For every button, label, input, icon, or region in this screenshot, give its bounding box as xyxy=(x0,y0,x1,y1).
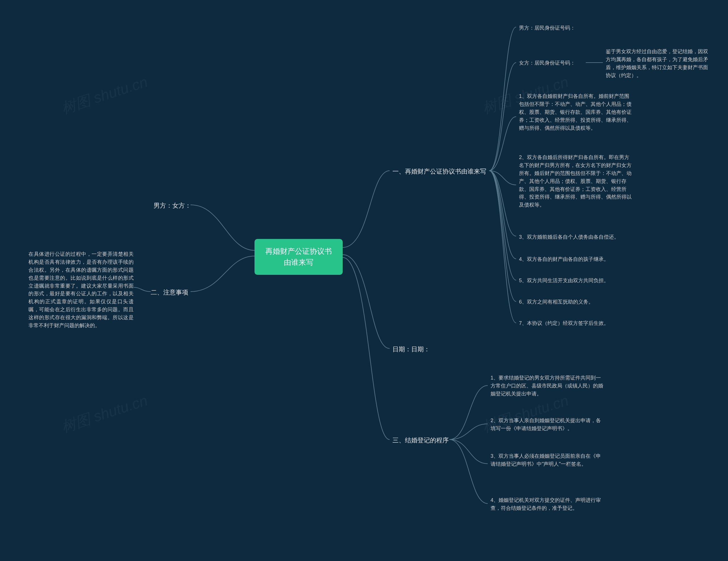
r1-c4: 2、双方各自婚后所得财产归各自所有。即在男方名下的财产归男方所有，在女方名下的财… xyxy=(519,154,633,209)
r1-c1: 男方：居民身份证号码： xyxy=(519,24,575,32)
left-2-content: 在具体进行公证的过程中，一定要弄清楚相关机构是否具有法律效力，是否有办理该手续的… xyxy=(28,250,134,330)
r3-c2: 2、双方当事人亲自到婚姻登记机关提出申请，各填写一份《申请结婚登记声明书》。 xyxy=(491,417,604,433)
watermark: 树图 shutu.cn xyxy=(59,72,150,119)
r1-c6: 4、双方各自的财产由各自的孩子继承。 xyxy=(519,255,609,263)
r1-c2-content: 鉴于男女双方经过自由恋爱，登记结婚，因双方均属再婚，各自都有孩子，为了避免婚后矛… xyxy=(606,48,708,80)
root-title: 再婚财产公证协议书由谁来写 xyxy=(265,247,332,266)
root-node[interactable]: 再婚财产公证协议书由谁来写 xyxy=(255,239,343,275)
r1-c2-label[interactable]: 女方：居民身份证号码： xyxy=(519,59,575,67)
branch-left-2[interactable]: 二、注意事项 xyxy=(151,288,188,297)
r3-c1: 1、要求结婚登记的男女双方持所需证件共同到一方常住户口的区、县级市民政局（或镇人… xyxy=(491,374,604,398)
watermark: 树图 shutu.cn xyxy=(59,391,150,437)
branch-right-2[interactable]: 日期：日期： xyxy=(392,345,430,354)
r1-c3: 1、双方各自婚前财产归各自所有。婚前财产范围包括但不限于：不动产、动产、其他个人… xyxy=(519,92,633,132)
branch-right-1[interactable]: 一、再婚财产公证协议书由谁来写 xyxy=(392,167,486,176)
r1-c9: 7、本协议（约定）经双方签字后生效。 xyxy=(519,320,609,328)
r1-c5: 3、双方婚前婚后各自个人债务由各自偿还。 xyxy=(519,233,619,241)
r3-c4: 4、婚姻登记机关对双方提交的证件、声明进行审查，符合结婚登记条件的，准予登记。 xyxy=(491,496,604,512)
r3-c3: 3、双方当事人必须在婚姻登记员面前亲自在《申请结婚登记声明书》中"声明人"一栏签… xyxy=(491,452,604,468)
r1-c7: 5、双方共同生活开支由双方共同负担。 xyxy=(519,277,609,285)
branch-left-1[interactable]: 男方：女方： xyxy=(154,201,191,210)
branch-right-3[interactable]: 三、结婚登记的程序 xyxy=(392,436,449,445)
r1-c8: 6、双方之间有相互抚助的义务。 xyxy=(519,298,593,306)
